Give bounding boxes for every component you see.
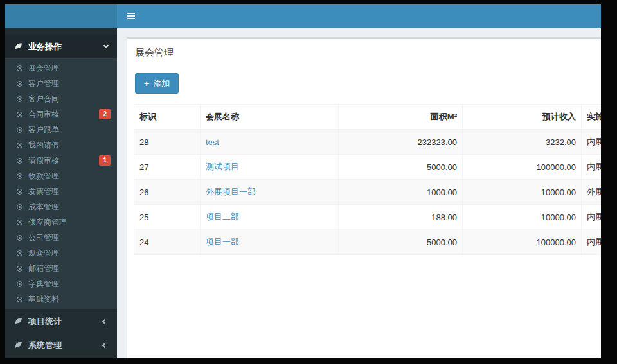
sidebar-item-my-leave[interactable]: 我的请假 <box>5 137 117 153</box>
chevron-left-icon <box>102 342 107 347</box>
top-navbar <box>117 4 601 28</box>
cell-income: 3232.00 <box>463 130 582 155</box>
cell-dept: 内展项目 <box>582 205 602 230</box>
dot-circle-icon <box>17 297 22 302</box>
dot-circle-icon <box>17 189 22 195</box>
sidebar-item-label: 邮箱管理 <box>28 263 59 274</box>
exhibition-box: 展会管理 + 添加 标识 <box>127 37 601 358</box>
sidebar-item-cost-mgmt[interactable]: 成本管理 <box>5 199 117 214</box>
cell-id: 24 <box>134 230 201 255</box>
sidebar-submenu: 展会管理 客户管理 客户合同 合同审核 2 <box>5 58 117 309</box>
sidebar-item-label: 客户跟单 <box>28 125 59 135</box>
sidebar: 业务操作 展会管理 客户管理 客户合同 <box>5 4 117 358</box>
dot-circle-icon <box>17 81 22 87</box>
sidebar-item-dictionary-mgmt[interactable]: 字典管理 <box>5 276 117 291</box>
table-row: 25 项目二部 188.00 10000.00 内展项目 <box>134 205 602 230</box>
col-header-area: 面积M² <box>339 105 463 130</box>
cell-income: 10000.00 <box>463 180 582 205</box>
cell-id: 28 <box>134 130 201 155</box>
sidebar-item-exhibition-mgmt[interactable]: 展会管理 <box>5 60 117 76</box>
hamburger-icon[interactable] <box>127 13 135 14</box>
sidebar-item-label: 公司管理 <box>28 232 59 243</box>
sidebar-section-label: 系统管理 <box>28 340 62 351</box>
cell-income: 10000.00 <box>463 205 582 230</box>
sidebar-item-company-mgmt[interactable]: 公司管理 <box>5 230 117 245</box>
table-header-row: 标识 会展名称 面积M² 预计收入 实施部门 <box>134 105 602 130</box>
plus-icon: + <box>144 79 149 88</box>
sidebar-item-label: 收款管理 <box>28 171 59 182</box>
dot-circle-icon <box>17 158 22 164</box>
dot-circle-icon <box>17 235 22 241</box>
table-row: 28 test 232323.00 3232.00 内展项目 <box>134 130 602 155</box>
sidebar-item-label: 客户合同 <box>28 94 59 105</box>
sidebar-item-invoice-mgmt[interactable]: 发票管理 <box>5 184 117 199</box>
sidebar-item-contract-review[interactable]: 合同审核 2 <box>5 107 117 122</box>
sidebar-item-customer-mgmt[interactable]: 客户管理 <box>5 76 117 91</box>
dot-circle-icon <box>17 96 22 102</box>
leaf-icon <box>14 341 22 349</box>
sidebar-section-project-stats[interactable]: 项目统计 <box>5 309 117 333</box>
sidebar-item-customer-contract[interactable]: 客户合同 <box>5 91 117 107</box>
exhibition-link[interactable]: 外展项目一部 <box>206 187 256 196</box>
dot-circle-icon <box>17 266 22 272</box>
table-row: 27 测试项目 5000.00 100000.00 内展项目 <box>134 155 602 180</box>
content-area: 展会管理 + 添加 标识 <box>117 28 601 358</box>
cell-income: 100000.00 <box>463 230 582 255</box>
col-header-id: 标识 <box>134 105 201 130</box>
cell-dept: 内展项目 <box>582 155 602 180</box>
col-header-name: 会展名称 <box>201 105 339 130</box>
sidebar-item-audience-mgmt[interactable]: 观众管理 <box>5 245 117 261</box>
leaf-icon <box>14 42 22 51</box>
sidebar-item-label: 我的请假 <box>28 140 59 151</box>
dot-circle-icon <box>17 143 22 148</box>
sidebar-item-label: 发票管理 <box>28 186 59 197</box>
col-header-dept: 实施部门 <box>582 105 602 130</box>
chevron-down-icon <box>103 43 109 48</box>
exhibition-link[interactable]: test <box>206 137 219 147</box>
box-body: + 添加 标识 会展名称 面积M² <box>127 65 601 261</box>
cell-id: 25 <box>134 205 201 230</box>
cell-area: 1000.00 <box>339 180 463 205</box>
logo-area <box>5 4 117 28</box>
dot-circle-icon <box>17 250 22 256</box>
sidebar-item-customer-followup[interactable]: 客户跟单 <box>5 122 117 137</box>
cell-id: 26 <box>134 180 201 205</box>
sidebar-item-label: 观众管理 <box>28 248 59 259</box>
dot-circle-icon <box>17 173 22 179</box>
leaf-icon <box>14 317 22 325</box>
sidebar-item-label: 成本管理 <box>28 202 59 212</box>
chevron-left-icon <box>102 318 107 324</box>
sidebar-section-system-mgmt[interactable]: 系统管理 <box>5 333 117 357</box>
sidebar-item-basic-data[interactable]: 基础资料 <box>5 291 117 307</box>
sidebar-item-label: 供应商管理 <box>28 217 67 228</box>
sidebar-item-payment-mgmt[interactable]: 收款管理 <box>5 168 117 184</box>
cell-area: 5000.00 <box>339 230 463 255</box>
sidebar-item-label: 请假审核 <box>28 155 59 166</box>
table-row: 26 外展项目一部 1000.00 10000.00 外展项目 <box>134 180 602 205</box>
exhibition-link[interactable]: 项目二部 <box>206 212 239 221</box>
dot-circle-icon <box>17 204 22 210</box>
col-header-income: 预计收入 <box>463 105 582 130</box>
page-title: 展会管理 <box>135 47 174 58</box>
sidebar-item-label: 合同审核 <box>28 109 59 120</box>
sidebar-section-label: 业务操作 <box>28 41 62 53</box>
exhibition-link[interactable]: 测试项目 <box>206 162 239 171</box>
exhibition-link[interactable]: 项目一部 <box>206 237 239 247</box>
dot-circle-icon <box>17 127 22 133</box>
sidebar-menu: 业务操作 展会管理 客户管理 客户合同 <box>5 28 117 357</box>
dot-circle-icon <box>17 65 22 71</box>
sidebar-item-mailbox-mgmt[interactable]: 邮箱管理 <box>5 261 117 276</box>
table-row: 24 项目一部 5000.00 100000.00 内展项目 <box>134 230 602 255</box>
notification-badge: 2 <box>99 109 111 119</box>
cell-dept: 内展项目 <box>582 130 602 155</box>
exhibition-table: 标识 会展名称 面积M² 预计收入 实施部门 28 test 2 <box>134 104 601 255</box>
dot-circle-icon <box>17 112 22 117</box>
sidebar-item-supplier-mgmt[interactable]: 供应商管理 <box>5 214 117 230</box>
sidebar-item-label: 客户管理 <box>28 78 59 89</box>
sidebar-section-label: 项目统计 <box>28 316 62 327</box>
add-button[interactable]: + 添加 <box>135 73 179 94</box>
cell-area: 5000.00 <box>339 155 463 180</box>
dot-circle-icon <box>17 281 22 287</box>
sidebar-section-business-ops[interactable]: 业务操作 <box>5 35 117 58</box>
sidebar-item-leave-review[interactable]: 请假审核 1 <box>5 153 117 168</box>
